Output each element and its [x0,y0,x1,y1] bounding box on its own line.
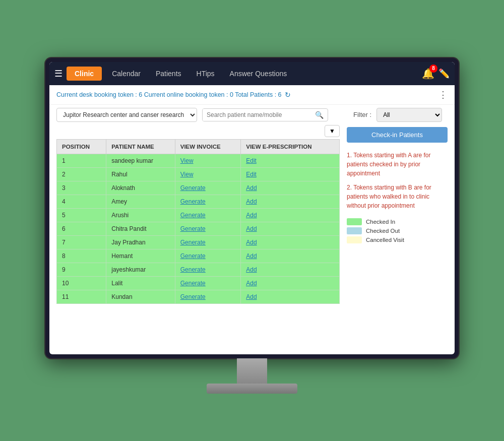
cell-invoice[interactable]: Generate [175,276,240,290]
invoice-link[interactable]: View [180,157,194,164]
invoice-link[interactable]: View [180,171,194,178]
booking-info: Current desk booking token : 6 Current o… [56,91,291,99]
cell-prescription[interactable]: Add [241,290,340,303]
dots-menu[interactable]: ⋮ [438,89,448,100]
token-note-1: 1. Tokens starting with A are for patien… [347,151,448,178]
cell-position: 5 [57,208,106,222]
legend-color-blue [347,227,362,234]
invoice-link[interactable]: Generate [180,280,206,287]
table-header-row: POSITION PATIENT NAME VIEW INVOICE VIEW … [57,139,340,154]
refresh-icon[interactable]: ↻ [285,91,291,99]
cell-position: 7 [57,235,106,249]
cell-invoice[interactable]: Generate [175,290,240,303]
cell-prescription[interactable]: Add [241,195,340,208]
legend-checked-in: Checked In [347,218,448,225]
pencil-icon[interactable]: ✏️ [438,68,450,79]
prescription-link[interactable]: Add [246,266,257,273]
cell-invoice[interactable]: Generate [175,235,240,249]
cell-invoice[interactable]: View [175,167,240,181]
col-view-invoice: VIEW INVOICE [175,139,240,154]
cell-invoice[interactable]: Generate [175,181,240,195]
cell-position: 8 [57,249,106,263]
booking-info-text: Current desk booking token : 6 Current o… [56,91,282,98]
cell-position: 2 [57,167,106,181]
table-section: ▼ POSITION PATIENT NAME VIEW INVOICE VIE… [56,125,340,304]
prescription-link[interactable]: Add [246,280,257,287]
prescription-link[interactable]: Add [246,184,257,192]
cell-invoice[interactable]: Generate [175,249,240,263]
hamburger-icon[interactable]: ☰ [54,68,62,79]
token-note-2: 2. Tokens starting with B are for patien… [347,183,448,210]
nav-patients[interactable]: Patients [156,70,181,78]
cell-prescription[interactable]: Add [241,235,340,249]
invoice-link[interactable]: Generate [180,253,206,260]
search-input[interactable] [203,109,311,121]
table-row: 6 Chitra Pandit Generate Add [57,222,340,235]
invoice-link[interactable]: Generate [180,239,206,246]
cell-position: 11 [57,290,106,303]
filter-select[interactable]: All Checked In Checked Out Cancelled [376,108,442,122]
cell-prescription[interactable]: Add [241,181,340,195]
cell-invoice[interactable]: Generate [175,208,240,222]
prescription-link[interactable]: Edit [246,157,257,164]
invoice-link[interactable]: Generate [180,212,206,219]
col-position: POSITION [57,139,106,154]
cell-prescription[interactable]: Add [241,208,340,222]
dropdown-button[interactable]: ▼ [325,125,340,137]
cell-position: 4 [57,195,106,208]
table-row: 10 Lalit Generate Add [57,276,340,290]
cell-position: 3 [57,181,106,195]
notification-badge[interactable]: 🔔 8 [422,68,434,80]
legend-checked-out-label: Checked Out [366,228,400,234]
cell-name: Chitra Pandit [106,222,175,235]
prescription-link[interactable]: Add [246,212,257,219]
table-row: 8 Hemant Generate Add [57,249,340,263]
cell-prescription[interactable]: Edit [241,167,340,181]
nav-right: 🔔 8 ✏️ [422,68,450,80]
cell-prescription[interactable]: Edit [241,154,340,167]
controls-row: Jupitor Research center and canser resea… [49,105,455,125]
nav-htips[interactable]: HTips [197,70,215,78]
clinic-select[interactable]: Jupitor Research center and canser resea… [56,108,197,122]
invoice-link[interactable]: Generate [180,293,206,300]
invoice-link[interactable]: Generate [180,225,206,232]
legend-color-green [347,218,362,225]
invoice-link[interactable]: Generate [180,198,206,205]
cell-name: Jay Pradhan [106,235,175,249]
table-row: 2 Rahul View Edit [57,167,340,181]
checkin-button[interactable]: Check-in Patients [347,127,448,143]
cell-prescription[interactable]: Add [241,276,340,290]
legend: Checked In Checked Out Cancelled Visit [347,218,448,243]
nav-calendar[interactable]: Calendar [112,70,141,78]
cell-prescription[interactable]: Add [241,263,340,276]
prescription-link[interactable]: Add [246,253,257,260]
prescription-link[interactable]: Add [246,198,257,205]
invoice-link[interactable]: Generate [180,184,206,192]
cell-prescription[interactable]: Add [241,222,340,235]
cell-invoice[interactable]: View [175,154,240,167]
legend-cancelled: Cancelled Visit [347,236,448,243]
cell-name: Lalit [106,276,175,290]
clinic-button[interactable]: Clinic [67,67,102,81]
invoice-link[interactable]: Generate [180,266,206,273]
nav-answer-questions[interactable]: Answer Questions [230,70,287,78]
table-row: 5 Arushi Generate Add [57,208,340,222]
content-area: ▼ POSITION PATIENT NAME VIEW INVOICE VIE… [49,125,455,311]
cell-prescription[interactable]: Add [241,249,340,263]
col-view-eprescription: VIEW E-PRESCRIPTION [241,139,340,154]
prescription-link[interactable]: Edit [246,171,257,178]
prescription-link[interactable]: Add [246,239,257,246]
cell-invoice[interactable]: Generate [175,222,240,235]
prescription-link[interactable]: Add [246,225,257,232]
search-button[interactable]: 🔍 [311,109,328,121]
cell-name: Hemant [106,249,175,263]
cell-invoice[interactable]: Generate [175,263,240,276]
nav-links: Calendar Patients HTips Answer Questions [112,70,422,78]
table-row: 1 sandeep kumar View Edit [57,154,340,167]
legend-checked-in-label: Checked In [366,219,395,225]
prescription-link[interactable]: Add [246,293,257,300]
cell-invoice[interactable]: Generate [175,195,240,208]
cell-position: 6 [57,222,106,235]
table-row: 11 Kundan Generate Add [57,290,340,303]
cell-name: Arushi [106,208,175,222]
